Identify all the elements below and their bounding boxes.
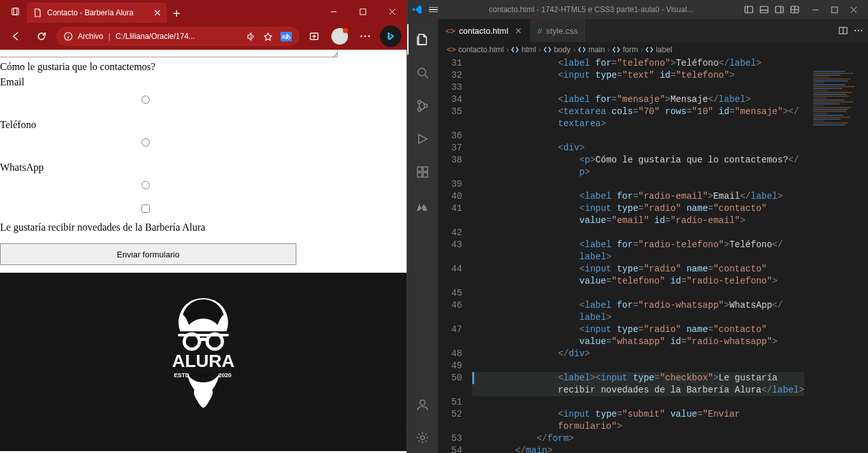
svg-point-20 (418, 101, 421, 104)
layout-grid-icon[interactable] (790, 5, 799, 14)
vscode-titlebar[interactable]: contacto.html - 1742-HTML5 e CSS3 parte1… (407, 0, 868, 19)
read-aloud-icon[interactable] (246, 32, 256, 41)
svg-rect-23 (417, 167, 422, 171)
url-scheme: Archivo (78, 32, 103, 41)
svg-rect-14 (745, 6, 753, 13)
layout-right-icon[interactable] (775, 5, 784, 14)
label-email: Email (0, 76, 407, 88)
page-icon (33, 8, 42, 17)
svg-rect-15 (760, 6, 768, 13)
layout-bottom-icon[interactable] (760, 5, 769, 14)
new-tab-button[interactable] (167, 4, 186, 23)
css-file-icon: # (538, 26, 542, 36)
svg-rect-24 (423, 167, 428, 171)
svg-point-30 (855, 30, 856, 31)
translate-icon[interactable]: aあ (280, 32, 292, 41)
vscode-minimize-button[interactable] (806, 0, 825, 19)
more-actions-icon[interactable] (854, 29, 863, 32)
atlassian-icon[interactable] (407, 190, 438, 220)
svg-point-31 (858, 30, 859, 31)
tab-contacto[interactable]: <> contacto.html ✕ (438, 19, 530, 42)
browser-tab[interactable]: Contacto - Barbería Alura (27, 3, 167, 23)
page-viewport[interactable]: Cómo le gustaria que lo contactemos? Ema… (0, 50, 407, 453)
browser-chrome: Contacto - Barbería Alura Archivo | (0, 0, 407, 50)
svg-text:ALURA: ALURA (172, 351, 235, 371)
collections-icon[interactable] (303, 25, 325, 47)
submit-button[interactable]: Enviar formulario (0, 243, 296, 265)
newsletter-checkbox[interactable] (141, 205, 150, 213)
tab-title: Contacto - Barbería Alura (47, 8, 133, 17)
code-content[interactable]: <label for="telefono">Teléfono</label> <… (472, 57, 868, 453)
minimap[interactable] (811, 57, 868, 453)
search-icon[interactable] (407, 57, 438, 88)
svg-point-28 (421, 436, 424, 440)
extensions-icon[interactable] (407, 157, 438, 187)
radio-telefono[interactable] (141, 138, 150, 147)
url-text: C:/Lliliana/Oracle/174... (115, 32, 195, 41)
svg-text:2020: 2020 (219, 372, 231, 378)
editor-tabs: <> contacto.html ✕ # style.css (438, 19, 868, 42)
settings-gear-icon[interactable] (407, 422, 438, 453)
svg-point-21 (418, 108, 421, 111)
tab-label: style.css (546, 26, 578, 36)
svg-point-32 (861, 30, 862, 31)
contact-question: Cómo le gustaria que lo contactemos? (0, 61, 407, 73)
radio-email[interactable] (141, 96, 150, 104)
close-window-button[interactable] (377, 0, 407, 23)
tab-stylecss[interactable]: # style.css (530, 19, 586, 42)
svg-rect-25 (417, 173, 422, 177)
breadcrumb[interactable]: <>contacto.html› html› body› main› form›… (438, 42, 868, 57)
menu-icon[interactable] (429, 7, 438, 13)
svg-point-22 (424, 104, 428, 108)
label-whatsapp: WhatsApp (0, 162, 407, 173)
more-icon[interactable] (354, 25, 376, 47)
line-gutter: 3132333435363738394041424344454647484950… (438, 57, 472, 453)
layout-left-icon[interactable] (744, 5, 753, 14)
alura-logo: ALURA ESTD 2020 (159, 292, 248, 419)
refresh-button[interactable] (31, 25, 52, 47)
vscode-close-button[interactable] (844, 0, 863, 19)
address-bar-row: Archivo | C:/Lliliana/Oracle/174... aあ (0, 23, 407, 50)
bing-button[interactable] (380, 25, 401, 47)
account-icon[interactable] (407, 389, 438, 420)
explorer-icon[interactable] (407, 24, 438, 55)
svg-rect-26 (423, 173, 428, 177)
tab-actions-icon[interactable] (4, 0, 27, 23)
split-editor-icon[interactable] (839, 26, 848, 35)
close-tab-icon[interactable]: ✕ (515, 26, 522, 36)
minimize-button[interactable] (319, 0, 348, 23)
maximize-button[interactable] (348, 0, 377, 23)
code-editor[interactable]: 3132333435363738394041424344454647484950… (438, 57, 868, 453)
run-debug-icon[interactable] (407, 124, 438, 154)
favorite-icon[interactable] (263, 32, 273, 41)
window-controls (319, 0, 407, 23)
profile-button[interactable] (329, 25, 351, 47)
svg-point-7 (368, 36, 370, 38)
svg-rect-18 (832, 7, 837, 13)
vscode-title: contacto.html - 1742-HTML5 e CSS3 parte1… (444, 5, 738, 14)
tab-label: contacto.html (459, 26, 508, 36)
svg-point-27 (420, 400, 425, 405)
info-icon[interactable] (64, 32, 73, 41)
html-file-icon: <> (445, 26, 455, 36)
svg-rect-16 (776, 6, 783, 13)
radio-whatsapp[interactable] (141, 181, 150, 189)
svg-point-6 (365, 36, 366, 38)
close-tab-icon[interactable] (154, 10, 161, 16)
source-control-icon[interactable] (407, 90, 438, 121)
newsletter-label: Le gustaría recibir novedades de la Barb… (0, 222, 407, 233)
label-telefono: Teléfono (0, 119, 407, 131)
svg-rect-2 (360, 9, 366, 15)
vscode-maximize-button[interactable] (825, 0, 844, 19)
textarea-bottom-edge[interactable] (0, 50, 338, 57)
address-bar[interactable]: Archivo | C:/Lliliana/Oracle/174... aあ (56, 27, 300, 46)
tab-bar: Contacto - Barbería Alura (0, 0, 407, 23)
svg-point-19 (418, 68, 426, 76)
svg-point-5 (361, 36, 363, 38)
editor-area: <> contacto.html ✕ # style.css <>contact… (438, 19, 868, 453)
back-button[interactable] (5, 25, 27, 47)
activity-bar (407, 19, 438, 453)
vscode-logo-icon (412, 4, 423, 15)
svg-rect-0 (12, 8, 19, 15)
svg-rect-1 (13, 8, 17, 15)
